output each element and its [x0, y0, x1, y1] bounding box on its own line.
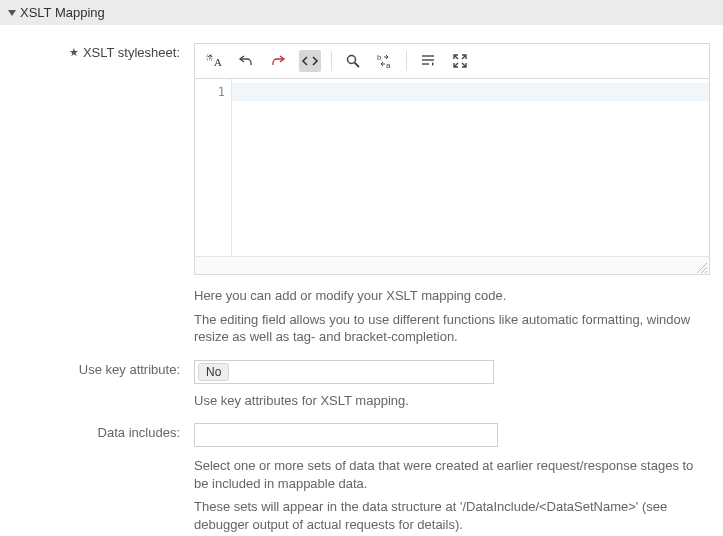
code-icon [301, 54, 319, 68]
redo-button[interactable] [267, 50, 289, 72]
format-text-button[interactable]: A [203, 50, 225, 72]
svg-line-3 [355, 63, 360, 68]
toolbar-separator [331, 51, 332, 71]
label-text: Data includes: [98, 425, 180, 440]
help-stylesheet-2: The editing field allows you to use diff… [194, 311, 710, 346]
label-use-key-attribute: Use key attribute: [12, 360, 194, 377]
editor-code-area[interactable] [232, 79, 709, 256]
section-title: XSLT Mapping [20, 5, 105, 20]
wrap-button[interactable] [417, 50, 439, 72]
help-data-includes-1: Select one or more sets of data that wer… [194, 457, 710, 492]
replace-icon: b a [376, 53, 394, 69]
help-data-includes-2: These sets will appear in the data struc… [194, 498, 710, 533]
code-view-button[interactable] [299, 50, 321, 72]
row-data-includes: Data includes: Select one or more sets o… [0, 423, 723, 533]
search-button[interactable] [342, 50, 364, 72]
replace-button[interactable]: b a [374, 50, 396, 72]
editor-statusbar [195, 256, 709, 274]
help-stylesheet-1: Here you can add or modify your XSLT map… [194, 287, 710, 305]
field-use-key-attribute: No Use key attributes for XSLT mapping. [194, 360, 711, 410]
label-text: XSLT stylesheet: [83, 45, 180, 60]
fullscreen-button[interactable] [449, 50, 471, 72]
row-use-key-attribute: Use key attribute: No Use key attributes… [0, 360, 723, 410]
svg-text:b: b [377, 53, 382, 62]
editor-body: 1 [195, 79, 709, 256]
section-header[interactable]: XSLT Mapping [0, 0, 723, 25]
field-xslt-stylesheet: A [194, 43, 711, 346]
undo-icon [238, 53, 254, 69]
format-text-icon: A [206, 53, 222, 69]
xslt-code-input[interactable] [232, 79, 709, 256]
editor-toolbar: A [195, 44, 709, 79]
redo-icon [270, 53, 286, 69]
resize-grip-icon[interactable] [697, 263, 707, 273]
wrap-icon [420, 53, 436, 69]
row-xslt-stylesheet: ★ XSLT stylesheet: A [0, 43, 723, 346]
field-data-includes: Select one or more sets of data that wer… [194, 423, 711, 533]
use-key-value: No [198, 363, 229, 381]
fullscreen-icon [452, 53, 468, 69]
search-icon [345, 53, 361, 69]
data-includes-input[interactable] [194, 423, 498, 447]
use-key-select[interactable]: No [194, 360, 494, 384]
toolbar-separator-2 [406, 51, 407, 71]
label-data-includes: Data includes: [12, 423, 194, 440]
svg-point-2 [348, 56, 356, 64]
gutter-line-1: 1 [195, 85, 225, 99]
svg-line-11 [705, 271, 707, 273]
chevron-down-icon [8, 10, 16, 16]
undo-button[interactable] [235, 50, 257, 72]
required-marker: ★ [69, 46, 79, 58]
editor-gutter: 1 [195, 79, 232, 256]
svg-text:A: A [214, 56, 222, 68]
help-use-key: Use key attributes for XSLT mapping. [194, 392, 710, 410]
label-xslt-stylesheet: ★ XSLT stylesheet: [12, 43, 194, 60]
svg-text:a: a [386, 61, 391, 69]
label-text: Use key attribute: [79, 362, 180, 377]
xslt-editor: A [194, 43, 710, 275]
